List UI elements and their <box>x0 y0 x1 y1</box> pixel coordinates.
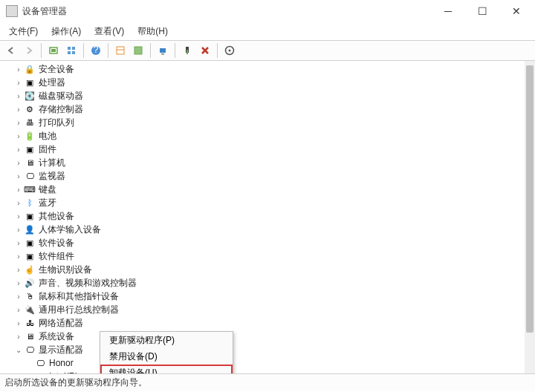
tree-node-computer[interactable]: ›🖥计算机 <box>3 156 525 169</box>
tree-node-display[interactable]: ⌄🖵显示适配器 <box>3 343 525 356</box>
menu-file[interactable]: 文件(F) <box>3 24 44 39</box>
storage-icon: ⚙ <box>24 103 36 115</box>
monitor-icon: 🖵 <box>24 170 36 182</box>
tb-update-driver-icon[interactable] <box>155 42 171 59</box>
ctx-update-driver[interactable]: 更新驱动程序(P) <box>100 332 233 348</box>
tb-view-icon[interactable] <box>63 42 80 59</box>
tree-node-disk[interactable]: ›💽磁盘驱动器 <box>3 89 525 102</box>
tb-uninstall-icon[interactable] <box>197 42 213 59</box>
gpu-icon: 🖵 <box>34 370 46 373</box>
svg-point-14 <box>229 50 231 52</box>
mouse-icon: 🖱 <box>24 290 36 302</box>
tb-scan-hardware-icon[interactable] <box>221 42 238 59</box>
svg-rect-4 <box>68 51 71 54</box>
tree-node-other[interactable]: ›▣其他设备 <box>3 209 525 223</box>
tree-node-mouse[interactable]: ›🖱鼠标和其他指针设备 <box>3 290 525 303</box>
firmware-icon: ▣ <box>24 143 36 155</box>
tree-node-keyboard[interactable]: ›⌨键盘 <box>3 183 525 196</box>
printer-icon: 🖶 <box>24 117 36 128</box>
svg-rect-5 <box>72 51 75 54</box>
menu-bar: 文件(F) 操作(A) 查看(V) 帮助(H) <box>0 22 535 40</box>
device-tree[interactable]: ›🔒安全设备 ›▣处理器 ›💽磁盘驱动器 ›⚙存储控制器 ›🖶打印队列 ›🔋电池… <box>3 61 525 373</box>
toolbar-separator <box>175 43 175 58</box>
battery-icon: 🔋 <box>24 130 36 142</box>
tree-node-print[interactable]: ›🖶打印队列 <box>3 116 525 129</box>
cpu-icon: ▣ <box>24 76 36 88</box>
context-menu: 更新驱动程序(P) 禁用设备(D) 卸载设备(U) 扫描检测硬件改动(A) 属性… <box>100 331 233 373</box>
toolbar-separator <box>83 43 84 58</box>
forward-button[interactable] <box>21 42 37 59</box>
bluetooth-icon: ᛒ <box>24 197 36 209</box>
biometric-icon: ☝ <box>24 264 36 275</box>
network-icon: 🖧 <box>24 317 36 329</box>
menu-action[interactable]: 操作(A) <box>45 24 87 39</box>
tree-node-software-device[interactable]: ›▣软件设备 <box>3 236 525 249</box>
status-text: 启动所选设备的更新驱动程序向导。 <box>4 376 147 389</box>
tb-help-icon[interactable]: ? <box>88 42 104 59</box>
ctx-disable-device[interactable]: 禁用设备(D) <box>100 348 233 365</box>
tree-node-monitor[interactable]: ›🖵监视器 <box>3 169 525 183</box>
tree-node-network[interactable]: ›🖧网络适配器 <box>3 316 525 330</box>
minimize-button[interactable]: ─ <box>431 0 465 22</box>
ctx-uninstall-device[interactable]: 卸载设备(U) <box>100 365 233 373</box>
component-icon: ▣ <box>24 250 36 262</box>
svg-rect-8 <box>117 47 124 54</box>
tb-show-hidden-icon[interactable] <box>45 42 62 59</box>
security-icon: 🔒 <box>24 63 36 75</box>
tree-leaf-honor[interactable]: 🖵Honor <box>3 356 525 370</box>
svg-rect-3 <box>72 47 75 50</box>
tb-enable-icon[interactable] <box>179 42 195 59</box>
tree-node-processor[interactable]: ›▣处理器 <box>3 76 525 89</box>
tree-node-storage[interactable]: ›⚙存储控制器 <box>3 102 525 116</box>
tree-panel: ›🔒安全设备 ›▣处理器 ›💽磁盘驱动器 ›⚙存储控制器 ›🖶打印队列 ›🔋电池… <box>0 61 535 373</box>
svg-rect-1 <box>51 49 56 52</box>
menu-view[interactable]: 查看(V) <box>88 24 130 39</box>
disk-icon: 💽 <box>24 90 36 102</box>
tree-node-usb[interactable]: ›🔌通用串行总线控制器 <box>3 303 525 316</box>
close-button[interactable]: ✕ <box>499 0 534 22</box>
tree-node-bluetooth[interactable]: ›ᛒ蓝牙 <box>3 196 525 209</box>
maximize-button[interactable]: ☐ <box>465 0 499 22</box>
tree-node-security[interactable]: ›🔒安全设备 <box>3 62 525 76</box>
svg-rect-2 <box>68 47 71 50</box>
tree-node-audio[interactable]: ›🔊声音、视频和游戏控制器 <box>3 276 525 290</box>
svg-rect-11 <box>161 53 164 55</box>
tree-node-biometric[interactable]: ›☝生物识别设备 <box>3 263 525 276</box>
scrollbar[interactable] <box>525 61 535 373</box>
other-icon: ▣ <box>24 210 36 222</box>
software-icon: ▣ <box>24 237 36 249</box>
svg-text:?: ? <box>94 45 99 55</box>
gpu-icon: 🖵 <box>34 357 46 369</box>
toolbar-separator <box>217 43 218 58</box>
toolbar-separator <box>150 43 151 58</box>
window-title: 设备管理器 <box>22 5 431 18</box>
tree-leaf-intel[interactable]: 🖵Intel(R) <box>3 370 525 373</box>
tree-node-software-component[interactable]: ›▣软件组件 <box>3 249 525 263</box>
audio-icon: 🔊 <box>24 277 36 289</box>
usb-icon: 🔌 <box>24 304 36 316</box>
toolbar: ? <box>0 40 535 61</box>
svg-rect-10 <box>160 48 166 53</box>
status-bar: 启动所选设备的更新驱动程序向导。 <box>0 373 535 391</box>
app-icon <box>6 5 18 17</box>
menu-help[interactable]: 帮助(H) <box>132 24 174 39</box>
tree-node-system[interactable]: ›🖥系统设备 <box>3 330 525 343</box>
hid-icon: 👤 <box>24 223 36 235</box>
tree-node-battery[interactable]: ›🔋电池 <box>3 129 525 143</box>
tree-node-hid[interactable]: ›👤人体学输入设备 <box>3 223 525 236</box>
tb-scan-icon[interactable] <box>112 42 129 59</box>
tree-node-firmware[interactable]: ›▣固件 <box>3 143 525 156</box>
toolbar-separator <box>41 43 42 58</box>
keyboard-icon: ⌨ <box>24 183 36 195</box>
title-bar: 设备管理器 ─ ☐ ✕ <box>0 0 535 22</box>
tb-add-legacy-icon[interactable] <box>130 42 146 59</box>
svg-rect-9 <box>134 47 142 54</box>
system-icon: 🖥 <box>24 330 36 342</box>
scrollbar-thumb[interactable] <box>526 65 534 333</box>
toolbar-separator <box>108 43 108 58</box>
display-icon: 🖵 <box>24 344 36 356</box>
computer-icon: 🖥 <box>24 157 36 169</box>
back-button[interactable] <box>3 42 19 59</box>
